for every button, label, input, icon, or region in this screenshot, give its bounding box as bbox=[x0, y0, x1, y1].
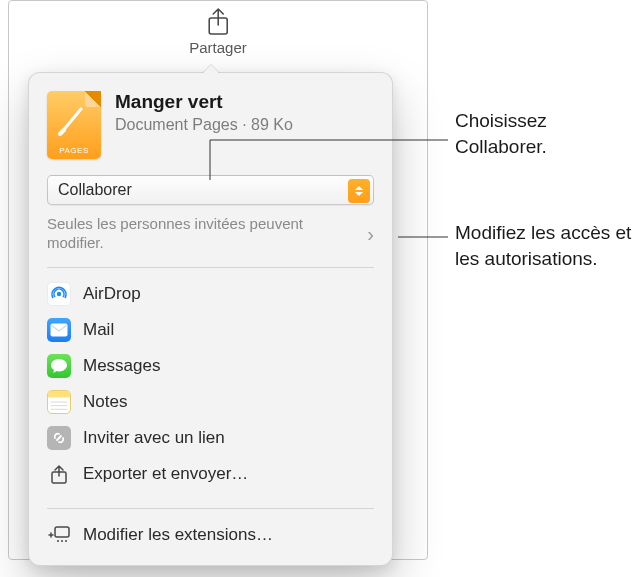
share-toolbar-label: Partager bbox=[189, 39, 247, 56]
share-popover: PAGES Manger vert Document Pages · 89 Ko… bbox=[28, 72, 393, 566]
export-icon bbox=[47, 462, 71, 486]
chevron-right-icon: › bbox=[367, 224, 374, 244]
share-item-label: Messages bbox=[83, 356, 160, 376]
divider bbox=[47, 508, 374, 509]
svg-point-10 bbox=[61, 540, 63, 542]
extensions-section: Modifier les extensions… bbox=[29, 515, 392, 555]
document-header: PAGES Manger vert Document Pages · 89 Ko bbox=[29, 87, 392, 171]
extensions-label: Modifier les extensions… bbox=[83, 525, 273, 545]
collaborate-dropdown-label: Collaborer bbox=[58, 181, 132, 199]
popover-arrow bbox=[202, 65, 220, 74]
svg-point-1 bbox=[57, 291, 61, 295]
share-item-label: Exporter et envoyer… bbox=[83, 464, 248, 484]
svg-point-9 bbox=[57, 540, 59, 542]
permissions-text: Seules les personnes invitées peuvent mo… bbox=[47, 215, 367, 253]
share-destinations-list: AirDrop Mail Messages Notes Inviter avec bbox=[29, 274, 392, 494]
collaborate-dropdown[interactable]: Collaborer bbox=[47, 175, 374, 205]
share-item-label: AirDrop bbox=[83, 284, 141, 304]
share-icon bbox=[189, 7, 247, 37]
updown-chevron-icon bbox=[348, 179, 370, 203]
link-icon bbox=[47, 426, 71, 450]
svg-rect-2 bbox=[51, 323, 68, 336]
messages-icon bbox=[47, 354, 71, 378]
extensions-icon bbox=[47, 523, 71, 547]
share-item-messages[interactable]: Messages bbox=[39, 348, 382, 384]
mail-icon bbox=[47, 318, 71, 342]
svg-rect-3 bbox=[48, 391, 70, 397]
share-item-label: Inviter avec un lien bbox=[83, 428, 225, 448]
pages-badge-label: PAGES bbox=[47, 146, 101, 155]
svg-point-11 bbox=[65, 540, 67, 542]
share-item-label: Notes bbox=[83, 392, 127, 412]
pages-document-icon: PAGES bbox=[47, 91, 101, 159]
share-item-mail[interactable]: Mail bbox=[39, 312, 382, 348]
edit-extensions-button[interactable]: Modifier les extensions… bbox=[39, 517, 382, 553]
share-item-label: Mail bbox=[83, 320, 114, 340]
share-item-export[interactable]: Exporter et envoyer… bbox=[39, 456, 382, 492]
share-item-airdrop[interactable]: AirDrop bbox=[39, 276, 382, 312]
share-item-notes[interactable]: Notes bbox=[39, 384, 382, 420]
airdrop-icon bbox=[47, 282, 71, 306]
notes-icon bbox=[47, 390, 71, 414]
permissions-button[interactable]: Seules les personnes invitées peuvent mo… bbox=[47, 215, 374, 253]
pen-icon bbox=[57, 103, 85, 137]
svg-rect-8 bbox=[55, 527, 69, 537]
share-item-invite-link[interactable]: Inviter avec un lien bbox=[39, 420, 382, 456]
share-toolbar-button[interactable]: Partager bbox=[189, 7, 247, 56]
callout-modify-permissions: Modifiez les accès et les autorisations. bbox=[455, 220, 635, 271]
divider bbox=[47, 267, 374, 268]
document-subtitle: Document Pages · 89 Ko bbox=[115, 116, 374, 134]
document-title: Manger vert bbox=[115, 91, 374, 114]
callout-choose-collaborate: Choisissez Collaborer. bbox=[455, 108, 635, 159]
